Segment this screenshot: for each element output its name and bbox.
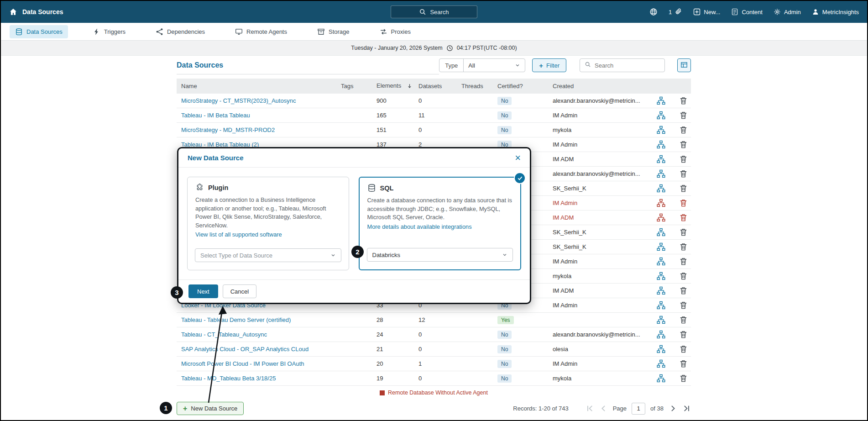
admin-menu-button[interactable]: Admin	[774, 8, 801, 16]
datasource-name-link[interactable]: MicroStrategy - MD_MSTR-PROD2	[177, 126, 341, 133]
attachments-counter[interactable]: 1	[669, 8, 682, 16]
row-actions	[653, 301, 691, 310]
header-elements[interactable]: Elements	[376, 82, 418, 90]
globe-icon[interactable]	[649, 8, 658, 16]
delete-icon[interactable]	[679, 96, 688, 105]
content-menu-button[interactable]: Content	[731, 8, 763, 16]
account-menu-button[interactable]: MetricInsights	[812, 8, 859, 16]
table-row[interactable]: Microsoft Power BI Cloud - IM Power BI O…	[177, 357, 691, 371]
dependencies-icon[interactable]	[657, 257, 665, 266]
dependencies-icon[interactable]	[657, 330, 665, 339]
column-settings-button[interactable]	[677, 58, 691, 72]
table-row[interactable]: Tableau - Tableau Demo Server (certified…	[177, 313, 691, 327]
delete-icon[interactable]	[679, 140, 688, 149]
dependencies-icon[interactable]	[657, 272, 665, 280]
delete-icon[interactable]	[679, 257, 688, 266]
delete-icon[interactable]	[679, 359, 688, 368]
sort-desc-icon[interactable]	[407, 83, 413, 90]
certified-cell: No	[497, 97, 553, 105]
dependencies-icon[interactable]	[657, 155, 665, 163]
tab-triggers[interactable]: Triggers	[87, 25, 131, 38]
header-threads[interactable]: Threads	[461, 83, 497, 89]
tab-data-sources[interactable]: Data Sources	[10, 25, 68, 38]
delete-icon[interactable]	[679, 155, 688, 163]
dependencies-icon[interactable]	[657, 199, 665, 207]
next-page-icon[interactable]	[669, 404, 677, 413]
header-certified[interactable]: Certified?	[497, 83, 553, 89]
header-created[interactable]: Created	[553, 83, 653, 89]
tab-storage[interactable]: Storage	[312, 25, 355, 38]
dependencies-icon[interactable]	[657, 359, 665, 368]
list-search-input[interactable]	[595, 62, 660, 69]
dependencies-icon[interactable]	[657, 374, 665, 383]
delete-icon[interactable]	[679, 345, 688, 353]
delete-icon[interactable]	[679, 374, 688, 383]
plugin-card-header: Plugin	[195, 183, 341, 192]
plugin-supported-software-link[interactable]: View list of all supported software	[195, 231, 282, 238]
dependencies-icon[interactable]	[657, 316, 665, 324]
person-icon	[812, 8, 819, 16]
last-page-icon[interactable]	[682, 404, 691, 413]
close-icon[interactable]: ×	[515, 153, 521, 163]
table-row[interactable]: Tableau - MD_Tableau Beta 3/18/25 19 0 N…	[177, 371, 691, 386]
datasource-name-link[interactable]: MicroStrategy - CT_MSTR(2023)_Autosync	[177, 97, 341, 104]
table-row[interactable]: Tableau - IM Beta Tableau 165 11 No IM A…	[177, 108, 691, 123]
delete-icon[interactable]	[679, 286, 688, 295]
dependencies-icon[interactable]	[657, 126, 665, 134]
delete-icon[interactable]	[679, 228, 688, 237]
delete-icon[interactable]	[679, 330, 688, 339]
new-menu-button[interactable]: New...	[693, 8, 720, 16]
dependencies-icon[interactable]	[657, 169, 665, 178]
dependencies-icon[interactable]	[657, 345, 665, 353]
prev-page-icon[interactable]	[599, 404, 608, 413]
sql-type-select[interactable]: Databricks	[367, 248, 513, 262]
table-row[interactable]: SAP Analytics Cloud - OR_SAP Analytics C…	[177, 342, 691, 357]
dependencies-icon[interactable]	[657, 111, 665, 120]
dependencies-icon[interactable]	[657, 213, 665, 222]
first-page-icon[interactable]	[586, 404, 594, 413]
sql-option-card[interactable]: SQL Create a database connection to any …	[359, 177, 522, 270]
datasource-name-link[interactable]: Tableau - IM Beta Tableau	[177, 112, 341, 119]
delete-icon[interactable]	[679, 316, 688, 324]
dependencies-icon[interactable]	[657, 286, 665, 295]
delete-icon[interactable]	[679, 213, 688, 222]
tab-dependencies[interactable]: Dependencies	[150, 25, 210, 38]
global-search-input[interactable]: Search	[391, 5, 477, 18]
dependencies-icon[interactable]	[657, 228, 665, 237]
tab-proxies[interactable]: Proxies	[374, 25, 416, 38]
delete-icon[interactable]	[679, 184, 688, 193]
delete-icon[interactable]	[679, 272, 688, 280]
plus-icon: +	[539, 62, 543, 69]
dependencies-icon[interactable]	[657, 242, 665, 251]
type-filter-select[interactable]: All	[464, 59, 525, 72]
delete-icon[interactable]	[679, 301, 688, 310]
filter-button[interactable]: + Filter	[532, 58, 566, 72]
delete-icon[interactable]	[679, 199, 688, 207]
plugin-option-card[interactable]: Plugin Create a connection to a Business…	[187, 177, 349, 270]
home-icon[interactable]	[9, 8, 17, 16]
delete-icon[interactable]	[679, 111, 688, 120]
table-row[interactable]: MicroStrategy - CT_MSTR(2023)_Autosync 9…	[177, 94, 691, 108]
header-name[interactable]: Name	[177, 83, 341, 89]
cancel-button[interactable]: Cancel	[223, 284, 256, 298]
table-row[interactable]: Tableau - CT_Tableau_Autosync 24 0 No al…	[177, 327, 691, 342]
dependencies-icon[interactable]	[657, 301, 665, 310]
sql-integrations-link[interactable]: More details about available integration…	[367, 223, 472, 230]
header-datasets[interactable]: Datasets	[418, 83, 461, 89]
dependencies-icon[interactable]	[657, 140, 665, 149]
header-tags[interactable]: Tags	[341, 83, 376, 89]
next-button[interactable]: Next	[188, 284, 218, 298]
delete-icon[interactable]	[679, 242, 688, 251]
selected-check-icon	[514, 172, 526, 184]
delete-icon[interactable]	[679, 169, 688, 178]
page-number-input[interactable]	[632, 403, 645, 415]
tab-remote-agents[interactable]: Remote Agents	[230, 25, 293, 38]
delete-icon[interactable]	[679, 126, 688, 134]
dependencies-icon[interactable]	[657, 184, 665, 193]
table-row[interactable]: MicroStrategy - MD_MSTR-PROD2 151 0 No m…	[177, 123, 691, 137]
plugin-type-select[interactable]: Select Type of Data Source	[195, 248, 341, 262]
created-cell: IM ADM	[553, 214, 653, 221]
datasets-cell: 0	[418, 375, 461, 382]
dependencies-icon[interactable]	[657, 96, 665, 105]
sql-card-description: Create a database connection to any data…	[367, 196, 513, 222]
